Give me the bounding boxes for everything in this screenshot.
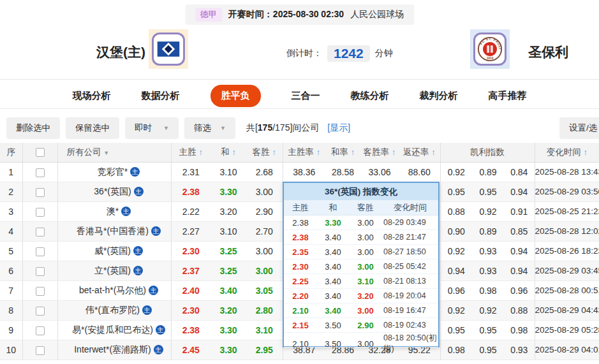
show-link[interactable]: [显示] (327, 122, 350, 134)
kelly-cell: 0.98 (472, 280, 504, 300)
odds-away[interactable]: 2.70 (246, 221, 283, 241)
company-cell[interactable]: 香港马*(中国香港)主 (57, 221, 171, 241)
row-checkbox (36, 168, 45, 177)
odds-away[interactable]: 3.10 (246, 320, 283, 340)
row-select-cell[interactable] (22, 320, 57, 340)
header-draw-odds[interactable]: 和 ↑ (211, 143, 246, 162)
header-away-rate[interactable]: 客胜率 ↑ (360, 143, 399, 162)
odds-home[interactable]: 2.30 (171, 241, 211, 261)
company-cell[interactable]: 竞彩官*主 (57, 162, 171, 182)
odds-away[interactable]: 2.95 (246, 340, 283, 360)
odds-away[interactable]: 2.90 (246, 201, 283, 221)
company-cell[interactable]: 伟*(直布罗陀)主 (57, 300, 171, 320)
odds-away[interactable]: 3.05 (246, 280, 283, 300)
company-cell[interactable]: 36*(英国)主 (57, 182, 171, 201)
popup-row: 2.20 3.40 3.20 08-19 20:04 (284, 289, 438, 303)
delete-selected-button[interactable]: 删除选中 (6, 117, 60, 139)
row-select-cell[interactable] (22, 162, 57, 182)
odds-draw[interactable]: 3.20 (211, 300, 246, 320)
analysis-tabs: 现场分析 数据分析 胜平负 三合一 教练分析 裁判分析 高手推荐 (0, 84, 599, 108)
countdown-value: 1242 (327, 45, 370, 62)
odds-home[interactable]: 2.31 (171, 162, 211, 182)
company-count: 共[175/175]间公司 (246, 122, 319, 134)
row-select-cell[interactable] (22, 280, 57, 300)
odds-draw[interactable]: 3.30 (211, 340, 246, 360)
company-cell[interactable]: 易*(安提瓜和巴布达)主 (57, 320, 171, 340)
kickoff-time: 开赛时间：2025-08-30 02:30 (228, 9, 344, 20)
odds-home[interactable]: 2.45 (171, 340, 211, 360)
tab-data-analysis[interactable]: 数据分析 (142, 90, 180, 102)
company-cell[interactable]: bet-at-h*(马尔他)主 (57, 280, 171, 300)
tab-three-in-one[interactable]: 三合一 (292, 90, 320, 102)
header-home-rate[interactable]: 主胜率 ↑ (283, 143, 325, 162)
popup-title: 36*(英国) 指数变化 (284, 183, 438, 200)
odds-draw[interactable]: 3.30 (211, 182, 246, 201)
row-select-cell[interactable] (22, 182, 57, 201)
odds-away[interactable]: 3.00 (246, 182, 283, 201)
tab-expert-picks[interactable]: 高手推荐 (489, 90, 527, 102)
header-return-rate[interactable]: 返还率 ↑ (399, 143, 440, 162)
header-away-odds[interactable]: 客胜 ↑ (246, 143, 283, 162)
odds-home[interactable]: 2.22 (171, 201, 211, 221)
odds-away[interactable]: 2.68 (246, 162, 283, 182)
tab-referee-analysis[interactable]: 裁判分析 (420, 90, 458, 102)
odds-home[interactable]: 2.38 (171, 182, 211, 201)
odds-draw[interactable]: 3.10 (211, 221, 246, 241)
odds-away[interactable]: 2.80 (246, 300, 283, 320)
change-time: 2025-08-29 03:45 (535, 261, 599, 280)
header-select-all[interactable] (22, 143, 57, 162)
tab-win-draw-lose[interactable]: 胜平负 (211, 85, 261, 107)
row-select-cell[interactable] (22, 221, 57, 241)
row-select-cell[interactable] (22, 300, 57, 320)
tab-live-analysis[interactable]: 现场分析 (73, 90, 111, 102)
company-cell[interactable]: 立*(英国)主 (57, 261, 171, 280)
header-home-odds[interactable]: 主胜 ↑ (171, 143, 211, 162)
odds-home[interactable]: 2.27 (171, 221, 211, 241)
kelly-cell: 0.93 (504, 340, 535, 360)
popup-row: 2.25 3.40 3.10 08-21 08:13 (284, 274, 438, 289)
mode-dropdown[interactable]: 即时▼ (125, 117, 179, 139)
odds-draw[interactable]: 3.25 (211, 241, 246, 261)
company-cell[interactable]: 威*(英国)主 (57, 241, 171, 261)
popup-row: 2.38 3.30 3.00 08-29 03:49 (284, 215, 438, 230)
popup-change-time: 08-29 03:49 (382, 218, 438, 227)
change-time: 2025-08-28 00:51 (535, 280, 599, 300)
chevron-down-icon: ▼ (163, 125, 169, 131)
row-select-cell[interactable] (22, 201, 57, 221)
odds-draw[interactable]: 3.30 (211, 320, 246, 340)
company-cell[interactable]: Interwet*(塞浦路斯)主 (57, 340, 171, 360)
header-kelly[interactable]: 凯利指数 (440, 143, 535, 162)
kelly-cell: 0.92 (440, 162, 472, 182)
settings-button[interactable]: 设置/选 (559, 117, 599, 139)
row-select-cell[interactable] (22, 241, 57, 261)
popup-header-time: 变化时间 (382, 202, 438, 214)
home-badge-icon: 主 (130, 167, 140, 177)
header-change-time[interactable]: 变化时间 ↑ (535, 143, 599, 162)
tab-coach-analysis[interactable]: 教练分析 (351, 90, 389, 102)
popup-header-home: 主胜 (284, 202, 317, 214)
odds-draw[interactable]: 3.25 (211, 261, 246, 280)
odds-draw[interactable]: 3.10 (211, 162, 246, 182)
header-company[interactable]: 所有公司 ▼ (57, 143, 171, 162)
table-header-row: 序 所有公司 ▼ 主胜 ↑ 和 ↑ 客胜 ↑ 主胜率 ↑ 和率 ↑ 客胜率 ↑ … (0, 143, 599, 162)
odds-change-popup: 36*(英国) 指数变化 主胜 和 客胜 变化时间 2.38 3.30 3.00… (283, 182, 440, 347)
odds-home[interactable]: 2.40 (171, 280, 211, 300)
row-select-cell[interactable] (22, 340, 57, 360)
filter-dropdown[interactable]: 筛选▼ (184, 117, 235, 139)
odds-home[interactable]: 2.30 (171, 300, 211, 320)
kelly-cell: 0.89 (472, 162, 504, 182)
row-select-cell[interactable] (22, 261, 57, 280)
company-cell[interactable]: 澳*主 (57, 201, 171, 221)
odds-home[interactable]: 2.38 (171, 320, 211, 340)
odds-home[interactable]: 2.37 (171, 261, 211, 280)
kelly-cell: 0.92 (472, 201, 504, 221)
header-draw-rate[interactable]: 和率 ↑ (325, 143, 360, 162)
odds-draw[interactable]: 3.20 (211, 201, 246, 221)
popup-away-odds: 3.00 (349, 262, 382, 272)
odds-away[interactable]: 3.00 (246, 261, 283, 280)
popup-away-odds: 3.00 (349, 247, 382, 257)
odds-away[interactable]: 3.00 (246, 241, 283, 261)
keep-selected-button[interactable]: 保留选中 (66, 117, 119, 139)
odds-draw[interactable]: 3.40 (211, 280, 246, 300)
away-team-logo: FC ST. PAULI 1910 (470, 29, 510, 69)
